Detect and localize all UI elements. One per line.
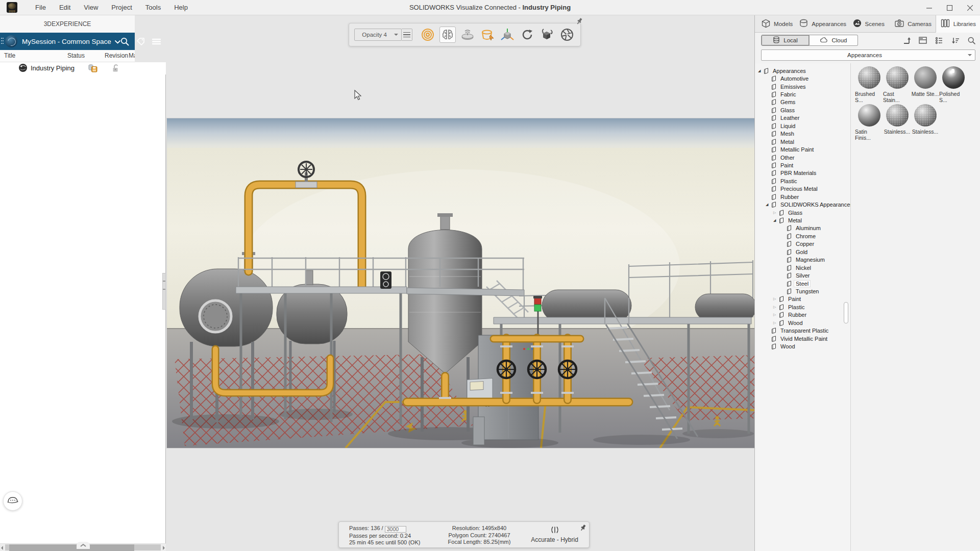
menu-project[interactable]: Project xyxy=(105,0,138,15)
paint-bucket-button[interactable] xyxy=(479,27,496,43)
menu-help[interactable]: Help xyxy=(167,0,194,15)
appearance-thumbnail[interactable]: Cast Stain... xyxy=(883,66,911,104)
tree-item[interactable]: Transparent Plastic xyxy=(755,327,850,334)
tree-item[interactable]: Metal xyxy=(755,138,850,145)
tree-item[interactable]: Tungsten xyxy=(755,287,850,295)
session-space-selector[interactable]: MySession - Common Space xyxy=(22,38,111,45)
appearance-thumbnail[interactable]: Brushed S... xyxy=(855,66,883,104)
render-image[interactable] xyxy=(167,118,754,448)
column-revision[interactable]: Revision xyxy=(105,52,128,59)
column-maturity[interactable]: Ma xyxy=(129,52,135,59)
tree-item[interactable]: PBR Materials xyxy=(755,169,850,177)
tree-scrollbar-thumb[interactable] xyxy=(844,302,848,323)
appearance-thumbnail[interactable]: Stainless... xyxy=(883,104,911,142)
tree-item[interactable]: Metallic Paint xyxy=(755,145,850,153)
material-sphere-preview[interactable] xyxy=(914,104,937,127)
hamburger-menu-icon[interactable] xyxy=(152,38,161,45)
tree-item[interactable]: Automotive xyxy=(755,74,850,82)
category-dropdown[interactable]: Appearances xyxy=(761,49,975,61)
scrollbar-thumb[interactable] xyxy=(9,544,134,551)
tree-item[interactable]: ◢ Appearances xyxy=(755,67,850,74)
appearance-thumbnail[interactable]: Polished S... xyxy=(939,66,967,104)
display-options-icon[interactable] xyxy=(935,37,943,44)
drag-grip-icon[interactable] xyxy=(1,36,4,47)
sort-icon[interactable] xyxy=(951,37,960,44)
turntable-button[interactable] xyxy=(459,27,476,43)
expander-icon[interactable]: ◢ xyxy=(773,218,779,223)
tree-item[interactable]: Chrome xyxy=(755,232,850,240)
menu-edit[interactable]: Edit xyxy=(53,0,77,15)
material-sphere-preview[interactable] xyxy=(858,66,880,89)
material-sphere-preview[interactable] xyxy=(942,66,965,89)
passes-limit-input[interactable] xyxy=(385,526,406,533)
render-quality-rings-button[interactable] xyxy=(420,27,436,43)
tree-item[interactable]: Vivid Metallic Paint xyxy=(755,335,850,342)
tree-item[interactable]: Emissives xyxy=(755,83,850,90)
pin-icon[interactable] xyxy=(576,17,583,27)
tab-libraries[interactable]: Libraries xyxy=(936,15,980,33)
tree-item[interactable]: Precious Metal xyxy=(755,185,850,193)
ai-denoiser-button[interactable] xyxy=(439,27,456,43)
expander-icon[interactable]: ▷ xyxy=(773,210,779,215)
refresh-button[interactable] xyxy=(519,27,535,43)
tree-item[interactable]: Leather xyxy=(755,114,850,122)
appearance-thumbnail[interactable]: Satin Finis... xyxy=(855,104,883,142)
close-button[interactable] xyxy=(960,0,980,15)
tab-models[interactable]: Models xyxy=(755,15,799,32)
tree-item[interactable]: Plastic xyxy=(755,177,850,185)
chevron-down-icon[interactable] xyxy=(115,37,120,46)
pin-icon[interactable] xyxy=(579,524,586,532)
expander-icon[interactable]: ◢ xyxy=(758,68,764,73)
tree-item[interactable]: Silver xyxy=(755,271,850,279)
maximize-button[interactable] xyxy=(939,0,960,15)
tree-item[interactable]: Gold xyxy=(755,248,850,256)
appearance-thumbnail[interactable]: Matte Ste... xyxy=(911,66,939,104)
scroll-right-arrow-icon[interactable] xyxy=(163,546,165,550)
object-axes-button[interactable] xyxy=(499,27,516,43)
camera-aperture-button[interactable] xyxy=(559,27,575,43)
import-icon[interactable] xyxy=(903,37,911,44)
tree-item[interactable]: ◢ Metal xyxy=(755,216,850,224)
tab-appearances[interactable]: Appearances xyxy=(799,15,846,32)
column-status[interactable]: Status xyxy=(67,52,85,59)
tree-item[interactable]: ▷ Wood xyxy=(755,319,850,327)
menu-file[interactable]: File xyxy=(29,0,53,15)
tree-item[interactable]: Magnesium xyxy=(755,256,850,264)
tree-item[interactable]: Nickel xyxy=(755,264,850,271)
tree-item[interactable]: ◢ SOLIDWORKS Appearances xyxy=(755,201,850,208)
assistant-button[interactable] xyxy=(3,491,22,511)
tree-item[interactable]: Glass xyxy=(755,106,850,114)
menu-view[interactable]: View xyxy=(77,0,105,15)
tag-icon[interactable] xyxy=(136,37,145,46)
panel-collapse-chevron[interactable] xyxy=(77,542,90,549)
menu-tools[interactable]: Tools xyxy=(139,0,167,15)
appearance-thumbnail[interactable]: Stainless... xyxy=(911,104,939,142)
expander-icon[interactable]: ▷ xyxy=(773,305,779,310)
tree-item[interactable]: ▷ Paint xyxy=(755,295,850,303)
opacity-dropdown[interactable]: Opacity 4 xyxy=(354,29,402,41)
3d-viewport[interactable]: Opacity 4 xyxy=(166,15,754,551)
local-toggle-button[interactable]: Local xyxy=(761,35,810,46)
tree-item[interactable]: ▷ Rubber xyxy=(755,311,850,319)
tree-item[interactable]: Mesh xyxy=(755,130,850,138)
tree-item[interactable]: Copper xyxy=(755,240,850,248)
tree-item[interactable]: ▷ Plastic xyxy=(755,303,850,311)
search-icon[interactable] xyxy=(120,37,129,46)
cube-arrows-button[interactable] xyxy=(539,27,555,43)
minimize-button[interactable] xyxy=(919,0,939,15)
column-title[interactable]: Title xyxy=(4,52,15,59)
cloud-toggle-button[interactable]: Cloud xyxy=(810,35,858,46)
expander-icon[interactable]: ▷ xyxy=(773,312,779,317)
search-icon[interactable] xyxy=(968,37,975,44)
table-row-industry-piping[interactable]: Industry Piping xyxy=(0,62,166,74)
tree-item[interactable]: Other xyxy=(755,154,850,161)
material-sphere-preview[interactable] xyxy=(858,104,880,127)
tab-cameras[interactable]: Cameras xyxy=(891,15,935,32)
tree-item[interactable]: Fabric xyxy=(755,90,850,98)
tree-item[interactable]: Liquid xyxy=(755,122,850,130)
material-sphere-preview[interactable] xyxy=(886,104,909,127)
tree-item[interactable]: Paint xyxy=(755,161,850,169)
tree-item[interactable]: Wood xyxy=(755,342,850,350)
material-sphere-preview[interactable] xyxy=(914,66,937,89)
scroll-left-arrow-icon[interactable] xyxy=(1,546,3,550)
